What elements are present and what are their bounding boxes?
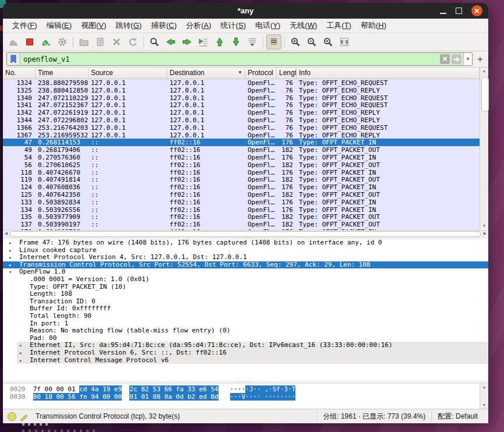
column-dropdown-icon[interactable]: ▼ [238, 70, 242, 75]
zoom-in-button[interactable] [288, 34, 303, 49]
start-capture-button[interactable] [6, 34, 21, 49]
expand-icon[interactable]: ▸ [19, 349, 22, 357]
column-header-info[interactable]: Info [297, 68, 480, 79]
close-button[interactable]: ✕ [471, 5, 482, 16]
expand-icon[interactable]: ▸ [19, 357, 22, 364]
detail-row-6[interactable]: Type: OFPT_PACKET_IN (10) [3, 284, 488, 291]
go-last-packet-button[interactable] [228, 34, 244, 49]
stop-capture-button[interactable] [22, 34, 37, 49]
packet-row-137[interactable]: 1370.503990197::ff02::16OpenFl…182Type: … [3, 221, 480, 228]
save-file-button[interactable] [93, 34, 108, 49]
menu-item-4[interactable]: 跳转(G) [111, 20, 146, 31]
scroll-down-icon[interactable]: ▼ [480, 402, 488, 409]
scroll-up-icon[interactable]: ▲ [480, 384, 488, 391]
expand-icon[interactable]: ▸ [9, 247, 12, 254]
expand-icon[interactable]: ▸ [9, 261, 12, 269]
auto-scroll-button[interactable] [245, 34, 260, 49]
minimize-button[interactable] [440, 6, 446, 16]
filter-bookmark-button[interactable] [7, 53, 20, 65]
packet-row-1367[interactable]: 1367253.216959532127.0.0.1127.0.0.1OpenF… [3, 132, 480, 139]
scroll-right-icon[interactable]: ▶ [482, 231, 488, 237]
detail-row-3[interactable]: ▸Transmission Control Protocol, Src Port… [3, 261, 488, 269]
detail-row-0[interactable]: ▸Frame 47: 176 bytes on wire (1408 bits)… [3, 239, 488, 247]
reload-file-button[interactable] [125, 34, 140, 49]
packet-row-125[interactable]: 1250.407642350::ff02::16OpenFl…182Type: … [3, 191, 480, 199]
zoom-reset-button[interactable] [320, 34, 336, 49]
menu-item-3[interactable]: 视图(V) [76, 20, 111, 31]
colorize-packets-button[interactable] [266, 34, 281, 49]
scroll-left-icon[interactable]: ◀ [3, 231, 9, 237]
packet-list-vscrollbar[interactable]: ▲ ▼ [480, 68, 488, 229]
packet-row-54[interactable]: 540.270576360::ff02::16OpenFl…176Type: O… [3, 154, 480, 161]
capture-options-button[interactable] [55, 34, 70, 49]
expert-info-icon[interactable] [8, 412, 16, 421]
filter-add-button[interactable]: + [475, 54, 485, 65]
detail-row-12[interactable]: Reason: No matching flow (table-miss flo… [3, 327, 488, 335]
packet-row-1324[interactable]: 1324238.880279598127.0.0.1127.0.0.1OpenF… [3, 79, 480, 87]
column-header-source[interactable]: Source [89, 68, 167, 79]
expand-icon[interactable]: ▸ [9, 239, 12, 247]
column-header-time[interactable]: Time [36, 68, 89, 79]
detail-row-10[interactable]: Total length: 90 [3, 313, 488, 320]
packet-row-133[interactable]: 1330.503892834::ff02::16OpenFl…176Type: … [3, 199, 480, 206]
restart-capture-button[interactable] [38, 34, 54, 49]
packet-row-1325[interactable]: 1325238.880412850127.0.0.1127.0.0.1OpenF… [3, 87, 480, 94]
menu-item-5[interactable]: 捕获(C) [146, 20, 181, 31]
vscroll-thumb[interactable] [481, 77, 489, 112]
packet-row-1366[interactable]: 1366253.216764203127.0.0.1127.0.0.1OpenF… [3, 124, 480, 132]
scroll-up-icon[interactable]: ▲ [480, 68, 488, 75]
filter-clear-button[interactable]: ✕ [440, 54, 450, 64]
detail-row-5[interactable]: .000 0001 = Version: 1.0 (0x01) [3, 276, 488, 284]
collapse-icon[interactable]: ▾ [9, 268, 12, 276]
hex-row-0020[interactable]: 0020 7f 00 00 01 cd 4a 19 e9 2c 82 53 66… [10, 385, 488, 393]
column-header-destination[interactable]: Destination▼ [167, 68, 245, 79]
column-header-protocol[interactable]: Protocol [245, 68, 277, 79]
filter-input[interactable] [20, 55, 440, 63]
capture-comment-icon[interactable] [20, 412, 29, 421]
menu-item-11[interactable]: 帮助(H) [356, 20, 391, 31]
menu-item-8[interactable]: 电话(Y) [251, 20, 285, 31]
maximize-button[interactable] [456, 6, 462, 16]
zoom-out-button[interactable] [304, 34, 319, 49]
packet-row-56[interactable]: 560.270610625::ff02::16OpenFl…182Type: O… [3, 161, 480, 169]
resize-columns-button[interactable] [337, 34, 352, 49]
go-first-packet-button[interactable] [212, 34, 227, 49]
status-profile[interactable]: 配置: Default [431, 412, 484, 422]
packet-row-49[interactable]: 490.268179406::ff02::16OpenFl…182Type: O… [3, 146, 480, 154]
packet-row-47[interactable]: 470.268114153::ff02::16OpenFl…176Type: O… [3, 139, 480, 146]
column-header-length[interactable]: Length [277, 68, 297, 79]
packet-row-1341[interactable]: 1341247.072152367127.0.0.1127.0.0.1OpenF… [3, 101, 480, 109]
expand-icon[interactable]: ▸ [19, 342, 22, 349]
detail-row-15[interactable]: ▸Internet Protocol Version 6, Src: ::, D… [17, 349, 488, 357]
find-packet-button[interactable] [147, 34, 162, 49]
expand-icon[interactable]: ▸ [9, 254, 12, 261]
close-file-button[interactable] [109, 34, 124, 49]
detail-row-2[interactable]: ▸Internet Protocol Version 4, Src: 127.0… [3, 254, 488, 261]
go-to-packet-button[interactable] [196, 34, 211, 49]
packet-row-1340[interactable]: 1340247.072110229127.0.0.1127.0.0.1OpenF… [3, 94, 480, 102]
menu-item-7[interactable]: 统计(S) [216, 20, 251, 31]
packet-row-118[interactable]: 1180.407426670::ff02::16OpenFl…176Type: … [3, 169, 480, 176]
go-back-button[interactable] [163, 34, 178, 49]
packet-row-134[interactable]: 1340.503926556::ff02::16OpenFl…176Type: … [3, 206, 480, 214]
menu-item-9[interactable]: 无线(W) [285, 20, 322, 31]
packet-row-124[interactable]: 1240.407608036::ff02::16OpenFl…176Type: … [3, 183, 480, 191]
filter-history-dropdown[interactable]: ▼ [463, 53, 472, 65]
packet-row-135[interactable]: 1350.503977909::ff02::16OpenFl…182Type: … [3, 213, 480, 221]
filter-apply-button[interactable] [452, 54, 461, 64]
hex-vscrollbar[interactable]: ▲ ▼ [480, 384, 488, 409]
detail-row-16[interactable]: ▸Internet Control Message Protocol v6 [17, 357, 488, 364]
go-forward-button[interactable] [179, 34, 195, 49]
hex-row-0030[interactable]: 0030 80 18 00 56 fe 94 00 00 01 01 08 0a… [10, 393, 488, 401]
scroll-down-icon[interactable]: ▼ [480, 222, 488, 229]
detail-row-7[interactable]: Length: 108 [3, 291, 488, 298]
open-file-button[interactable] [76, 34, 91, 49]
menu-item-2[interactable]: 编辑(E) [42, 20, 76, 31]
menu-item-1[interactable]: 文件(F) [8, 20, 42, 31]
title-bar[interactable]: *any ✕ [3, 3, 488, 19]
packet-row-119[interactable]: 1190.407491814::ff02::16OpenFl…182Type: … [3, 176, 480, 183]
menu-item-10[interactable]: 工具(T) [322, 20, 356, 31]
column-header-no[interactable]: No. [3, 68, 36, 79]
packet-row-1342[interactable]: 1342247.072261919127.0.0.1127.0.0.1OpenF… [3, 109, 480, 116]
packet-row-1344[interactable]: 1344247.072296802127.0.0.1127.0.0.1OpenF… [3, 116, 480, 124]
